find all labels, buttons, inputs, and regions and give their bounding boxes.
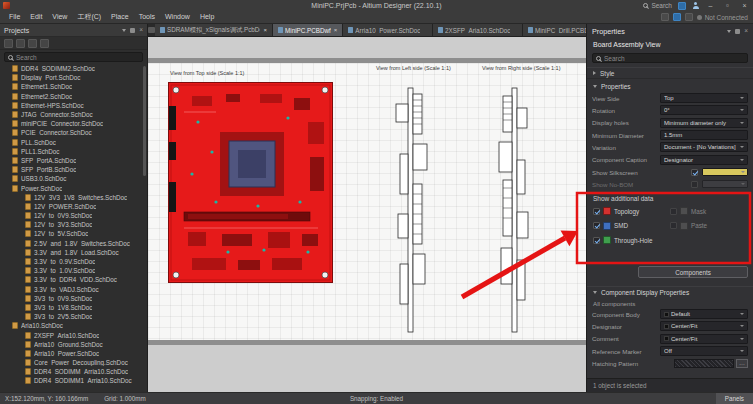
component-display-section-header[interactable]: Component Display Properties — [587, 286, 753, 298]
compile-icon[interactable] — [16, 39, 25, 48]
layout-icon[interactable] — [661, 13, 669, 21]
checkbox-item[interactable]: Mask — [670, 206, 747, 216]
checkbox[interactable] — [593, 222, 600, 229]
checkbox-item[interactable]: Paste — [670, 221, 747, 231]
tree-item[interactable]: JTAG_Connector.SchDoc — [0, 110, 147, 119]
tree-item[interactable]: Ethernet1.SchDoc — [0, 82, 147, 91]
chevron-down-icon[interactable] — [727, 30, 731, 33]
checkbox-item[interactable]: SMD — [593, 221, 670, 231]
snapping-indicator[interactable]: Snapping: Enabled — [350, 395, 403, 402]
tree-item[interactable]: 12V_to_0V9.SchDoc — [0, 211, 147, 220]
components-button[interactable]: Components — [638, 266, 748, 278]
property-dropdown[interactable]: Center/Fit — [660, 334, 748, 344]
tree-item[interactable]: 12V_3V3_1V8_Switches.SchDoc — [0, 193, 147, 202]
close-button[interactable] — [739, 0, 750, 11]
tree-item[interactable]: 12V_to_5V.SchDoc — [0, 229, 147, 238]
chevron-down-icon[interactable] — [122, 29, 126, 32]
tree-item[interactable]: Ethernet-HPS.SchDoc — [0, 101, 147, 110]
tree-item[interactable]: Display_Port.SchDoc — [0, 73, 147, 82]
connection-status[interactable]: Not Connected — [697, 14, 748, 21]
silkscreen-color-swatch[interactable] — [702, 168, 748, 176]
show-no-bom-checkbox[interactable] — [691, 181, 698, 188]
menu-item[interactable]: Edit — [25, 11, 47, 23]
global-search[interactable]: Search — [643, 2, 672, 9]
checkbox[interactable] — [593, 208, 600, 215]
no-bom-color-swatch[interactable] — [702, 180, 748, 188]
draftsman-canvas[interactable]: View from Left side (Scale 1:1) View fro… — [148, 37, 586, 392]
pin-icon[interactable] — [735, 29, 740, 34]
tree-item[interactable]: 3V3_to_1V8.SchDoc — [0, 303, 147, 312]
color-swatch[interactable] — [603, 207, 611, 215]
minimize-button[interactable] — [705, 0, 716, 11]
tree-item[interactable]: 3.3V_to_1.0V.SchDoc — [0, 266, 147, 275]
tree-item[interactable]: DDR4_SODIMM2.SchDoc — [0, 64, 147, 73]
menu-item[interactable]: 工程(C) — [72, 11, 106, 23]
properties-section-header[interactable]: Properties — [587, 80, 753, 92]
tree-item[interactable]: 12V_POWER.SchDoc — [0, 202, 147, 211]
close-panel-icon[interactable] — [139, 27, 143, 33]
pcb-top-view[interactable] — [168, 82, 333, 283]
document-tab[interactable]: 2XSFP_Aria10.SchDoc — [433, 24, 523, 36]
maximize-button[interactable] — [722, 0, 733, 11]
workspace-icon[interactable] — [673, 13, 681, 21]
tree-item[interactable]: 3V3_to_0V9.SchDoc — [0, 294, 147, 303]
tree-item[interactable]: PLL.SchDoc — [0, 138, 147, 147]
color-swatch[interactable] — [680, 207, 688, 215]
reference-marker-dropdown[interactable]: Off — [660, 346, 748, 356]
projects-search-input[interactable]: Search — [4, 52, 143, 62]
checkbox[interactable] — [670, 208, 677, 215]
tree-item[interactable]: PCIE_Connector.SchDoc — [0, 128, 147, 137]
hatching-pattern-swatch[interactable] — [674, 359, 734, 368]
tree-item[interactable]: SFP_PortA.SchDoc — [0, 156, 147, 165]
tab-close-icon[interactable] — [263, 27, 267, 33]
tree-item[interactable]: 3.3V_to_DDR4_VDD.SchDoc — [0, 275, 147, 284]
property-dropdown[interactable]: Designator — [660, 155, 748, 165]
tree-item[interactable]: PLL1.SchDoc — [0, 147, 147, 156]
ellipsis-button[interactable] — [736, 359, 748, 368]
tree-item[interactable]: SFP_PortB.SchDoc — [0, 165, 147, 174]
menu-item[interactable]: Tools — [134, 11, 160, 23]
tree-item[interactable]: Aria10.SchDoc — [0, 321, 147, 330]
tree-item[interactable]: 3.3V_to_VADJ.SchDoc — [0, 285, 147, 294]
tree-item[interactable]: Ethernet2.SchDoc — [0, 92, 147, 101]
color-swatch[interactable] — [680, 222, 688, 230]
property-dropdown[interactable]: 1.5mm — [660, 130, 748, 140]
style-section-header[interactable]: Style — [587, 67, 753, 79]
tab-close-icon[interactable] — [334, 27, 338, 33]
menu-item[interactable]: View — [47, 11, 72, 23]
checkbox-item[interactable]: Topology — [593, 206, 670, 216]
show-silkscreen-checkbox[interactable] — [691, 169, 698, 176]
cloud-account-icon[interactable] — [678, 2, 686, 10]
checkbox[interactable] — [593, 237, 600, 244]
tree-item[interactable]: 2XSFP_Aria10.SchDoc — [0, 330, 147, 339]
tree-item[interactable]: 3.3V_to_0.9V.SchDoc — [0, 257, 147, 266]
checkbox-item[interactable]: Through-Hole — [593, 235, 670, 245]
projects-scrollbar[interactable] — [143, 66, 146, 176]
tree-item[interactable]: Power.SchDoc — [0, 183, 147, 192]
tree-item[interactable]: 3V3_to_2V5.SchDoc — [0, 312, 147, 321]
panel-settings-icon[interactable] — [40, 39, 49, 48]
settings-gear-icon[interactable] — [685, 13, 693, 21]
user-account-icon[interactable] — [692, 2, 699, 9]
property-dropdown[interactable]: Document - [No Variations] — [660, 142, 748, 152]
tree-item[interactable]: Arria10_Power.SchDoc — [0, 349, 147, 358]
property-dropdown[interactable]: Minimum diameter only — [660, 118, 748, 128]
document-tab[interactable]: SDRAM模拟_xSignals调试.PcbDoc — [155, 24, 273, 36]
pcb-right-side-view[interactable] — [496, 84, 536, 336]
properties-search-input[interactable]: Search — [592, 53, 748, 63]
open-project-icon[interactable] — [28, 39, 37, 48]
tree-item[interactable]: Arria10_Ground.SchDoc — [0, 340, 147, 349]
property-dropdown[interactable]: Top — [660, 93, 748, 103]
tree-item[interactable]: DDR4_SODIMM_Arria10.SchDoc — [0, 367, 147, 376]
menu-item[interactable]: File — [4, 11, 25, 23]
save-icon[interactable] — [4, 39, 13, 48]
tree-item[interactable]: Core_Power_Decoupling.SchDoc — [0, 358, 147, 367]
property-dropdown[interactable]: Default — [660, 309, 748, 319]
property-dropdown[interactable]: Center/Fit — [660, 321, 748, 331]
checkbox[interactable] — [670, 222, 677, 229]
tree-item[interactable]: 2.5V_and_1.8V_Switches.SchDoc — [0, 239, 147, 248]
document-tab[interactable]: Arria10_Power.SchDoc — [343, 24, 433, 36]
document-tab[interactable]: MiniPC.PCBDwf — [273, 24, 343, 36]
pin-icon[interactable] — [130, 28, 135, 33]
tree-item[interactable]: USB3.0.SchDoc — [0, 174, 147, 183]
